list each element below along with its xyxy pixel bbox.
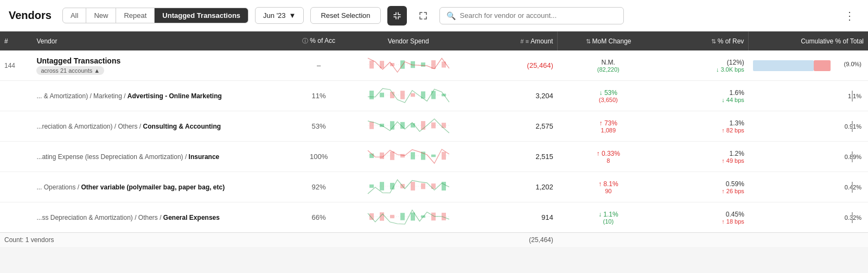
vendor-spend-cell [349, 111, 468, 142]
accounts-badge[interactable]: across 21 accounts ▲ [36, 66, 104, 75]
rev-top: 1.3% [663, 119, 744, 127]
cumulative-cell: (9.0%) [749, 50, 868, 81]
row-num [0, 81, 32, 111]
col-header-num: # [0, 31, 32, 50]
mom-top: ↑ 73% [562, 119, 655, 127]
mom-bottom: (82,220) [562, 66, 655, 73]
chevron-down-icon: ▼ [289, 11, 296, 20]
reset-selection-button[interactable]: Reset Selection [310, 7, 380, 24]
mom-change-cell: ↓ 1.1% (10) [558, 202, 659, 233]
table-row[interactable]: 144Untagged Transactions across 21 accou… [0, 50, 868, 81]
vendor-name: ...reciation & Amortization) / Others / … [36, 123, 221, 130]
table-row[interactable]: ... & Amortization) / Marketing / Advert… [0, 81, 868, 111]
svg-rect-34 [431, 155, 436, 157]
row-num: 144 [0, 50, 32, 81]
row-num [0, 142, 32, 172]
cumulative-cell: 0.89% [749, 142, 868, 172]
vendor-spend-cell [349, 81, 468, 111]
vendor-cell: ... & Amortization) / Marketing / Advert… [32, 81, 289, 111]
filter-untagged[interactable]: Untagged Transactions [155, 8, 248, 23]
rev-cell: 0.45% ↑ 18 bps [659, 202, 749, 233]
mom-top: ↓ 53% [562, 89, 655, 97]
vendor-cell: Untagged Transactions across 21 accounts… [32, 50, 289, 81]
rev-cell: 0.59% ↑ 26 bps [659, 172, 749, 202]
svg-rect-30 [390, 151, 394, 160]
vendor-cell: ...ating Expense (less Depreciation & Am… [32, 142, 289, 172]
page-title: Vendors [9, 9, 52, 22]
pct-acc-cell: 11% [289, 81, 349, 111]
vendors-table: # Vendor ⓘ% of Acc Vendor Spend # ≡Amoun… [0, 31, 868, 247]
cum-label: 0.42% [845, 184, 864, 191]
svg-rect-25 [431, 123, 436, 129]
vendor-cell: ... Operations / Other variable (polymai… [32, 172, 289, 202]
vendor-name: ... Operations / Other variable (polymai… [36, 183, 225, 191]
mom-top: ↓ 1.1% [562, 211, 655, 218]
table-body: 144Untagged Transactions across 21 accou… [0, 50, 868, 233]
mom-change-cell: N.M. (82,220) [558, 50, 659, 81]
svg-rect-13 [400, 91, 405, 99]
row-num [0, 202, 32, 233]
svg-rect-48 [390, 215, 394, 218]
mom-top: N.M. [562, 59, 655, 66]
svg-rect-37 [369, 185, 374, 188]
cum-label: 0.32% [845, 214, 864, 221]
svg-rect-46 [369, 213, 374, 220]
info-icon: ⓘ [302, 37, 308, 45]
mom-change-cell: ↓ 53% (3,650) [558, 81, 659, 111]
amount-cell: (25,464) [468, 50, 558, 81]
vendor-name: ...ss Depreciation & Amortization) / Oth… [36, 214, 219, 221]
mom-change-cell: ↑ 8.1% 90 [558, 172, 659, 202]
table-row[interactable]: ...ating Expense (less Depreciation & Am… [0, 142, 868, 172]
col-header-rev[interactable]: ⇅% of Rev [659, 31, 749, 50]
svg-rect-14 [411, 93, 415, 97]
filter-repeat[interactable]: Repeat [116, 8, 155, 23]
filter-new[interactable]: New [86, 8, 116, 23]
rev-bottom: ↑ 49 bps [663, 157, 744, 164]
mom-bottom: (10) [562, 218, 655, 225]
table-row[interactable]: ...reciation & Amortization) / Others / … [0, 111, 868, 142]
svg-rect-35 [442, 152, 446, 160]
rev-top: 0.59% [663, 180, 744, 188]
expand-icon[interactable] [413, 6, 433, 26]
footer-count: Count: 1 vendors [0, 233, 468, 247]
row-num [0, 172, 32, 202]
rev-bottom: ↑ 82 bps [663, 127, 744, 134]
more-options-button[interactable]: ⋮ [840, 7, 859, 24]
cumulative-cell: 0.32% [749, 202, 868, 233]
col-header-mom[interactable]: ⇅MoM Change [558, 31, 659, 50]
table-container: # Vendor ⓘ% of Acc Vendor Spend # ≡Amoun… [0, 31, 868, 247]
rev-cell: 1.3% ↑ 82 bps [659, 111, 749, 142]
vendor-name: ...ating Expense (less Depreciation & Am… [36, 153, 219, 161]
vendor-spend-cell [349, 202, 468, 233]
filter-group: All New Repeat Untagged Transactions [62, 8, 248, 23]
pct-acc-cell: 66% [289, 202, 349, 233]
updown-icon: ⇅ [586, 38, 591, 45]
pct-acc-cell: 100% [289, 142, 349, 172]
mom-bottom: 90 [562, 188, 655, 194]
cumulative-cell: 0.42% [749, 172, 868, 202]
mom-change-cell: ↑ 73% 1,089 [558, 111, 659, 142]
svg-rect-11 [380, 93, 384, 97]
col-header-amount[interactable]: # ≡Amount [468, 31, 558, 50]
pct-acc-cell: 53% [289, 111, 349, 142]
svg-rect-16 [431, 91, 436, 99]
svg-rect-6 [421, 62, 425, 67]
rev-top: (12%) [663, 59, 744, 66]
search-input[interactable] [460, 11, 617, 20]
cum-label: 1.1% [848, 93, 864, 99]
mom-bottom: 1,089 [562, 127, 655, 134]
compress-icon[interactable] [387, 6, 407, 26]
table-row[interactable]: ... Operations / Other variable (polymai… [0, 172, 868, 202]
svg-rect-38 [380, 182, 384, 191]
row-num [0, 111, 32, 142]
table-row[interactable]: ...ss Depreciation & Amortization) / Oth… [0, 202, 868, 233]
filter-all[interactable]: All [63, 8, 86, 23]
mom-bottom: 8 [562, 157, 655, 164]
footer-row: Count: 1 vendors (25,464) [0, 233, 868, 247]
rev-cell: (12%) ↓ 3.0K bps [659, 50, 749, 81]
date-picker-button[interactable]: Jun '23 ▼ [255, 7, 304, 24]
date-label: Jun '23 [263, 11, 286, 20]
svg-rect-41 [411, 182, 415, 191]
amount-cell: 2,515 [468, 142, 558, 172]
vendor-spend-cell [349, 142, 468, 172]
